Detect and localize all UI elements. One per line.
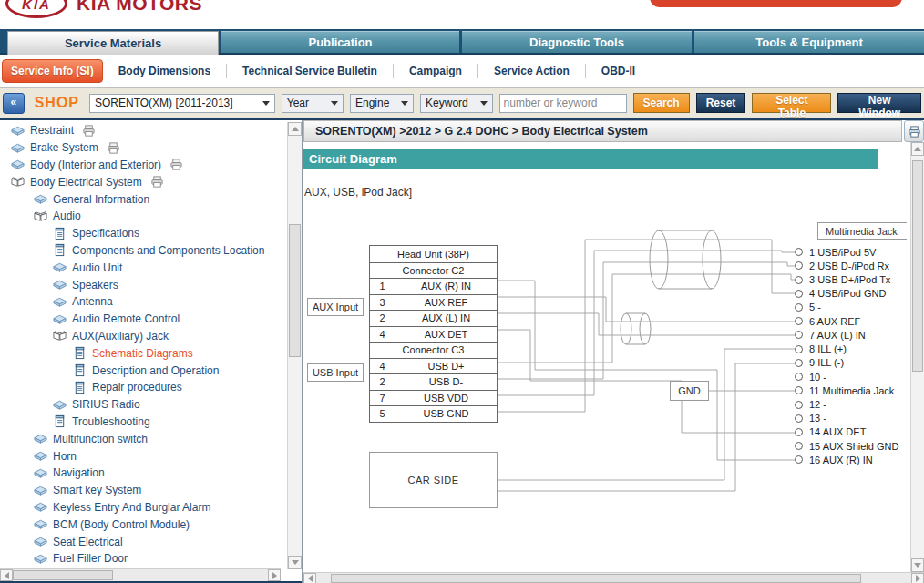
pin-label: 1 USB/iPod 5V xyxy=(809,247,876,258)
tree-item[interactable]: Audio xyxy=(0,208,286,225)
new-window-button[interactable]: New Window xyxy=(837,93,921,113)
subtab-technical-service-bulletin[interactable]: Technical Service Bulletin xyxy=(227,65,393,77)
tree-item[interactable]: Brake System xyxy=(0,139,286,157)
tree-item[interactable]: Speakers xyxy=(0,276,286,293)
book-closed-icon xyxy=(53,261,67,275)
tree-item[interactable]: Specifications xyxy=(0,225,286,242)
tree-item[interactable]: Repair procedures xyxy=(0,379,286,396)
multimedia-jack-label: Multimedia Jack xyxy=(817,222,907,240)
pin-number: 2 xyxy=(370,311,395,326)
scroll-left-icon[interactable] xyxy=(0,569,13,581)
subtab-obd2[interactable]: OBD-II xyxy=(586,65,651,77)
tree-item[interactable]: Smart key System xyxy=(0,482,286,499)
head-unit-title: Head Unit (38P) xyxy=(397,249,469,260)
pin-number: 3 xyxy=(370,295,395,311)
print-button[interactable] xyxy=(904,120,924,142)
reset-button[interactable]: Reset xyxy=(696,93,746,113)
book-closed-icon xyxy=(11,123,26,138)
pin-label: 15 AUX Shield GND xyxy=(809,441,898,452)
scroll-up-icon[interactable] xyxy=(288,122,302,136)
jack-pin: 12 - xyxy=(791,397,898,411)
pin-terminal-icon xyxy=(795,414,803,423)
scrollbar-thumb[interactable] xyxy=(331,574,861,583)
tree-item[interactable]: Restraint xyxy=(0,122,286,139)
tree-item[interactable]: Body Electrical System xyxy=(0,173,286,190)
year-select[interactable]: Year xyxy=(282,94,344,113)
subtab-service-action[interactable]: Service Action xyxy=(478,65,585,77)
subtab-service-info[interactable]: Service Info (SI) xyxy=(2,59,103,83)
tree-item[interactable]: Seat Electrical xyxy=(0,533,286,550)
tab-service-materials[interactable]: Service Materials xyxy=(7,31,219,55)
scrollbar-thumb[interactable] xyxy=(912,160,923,372)
tree-item[interactable]: Troubleshooting xyxy=(0,414,286,431)
subtab-body-dimensions[interactable]: Body Dimensions xyxy=(103,65,226,77)
printer-icon[interactable] xyxy=(150,175,165,189)
scrollbar-thumb[interactable] xyxy=(289,224,301,357)
keyword-input[interactable] xyxy=(499,94,627,113)
printer-icon[interactable] xyxy=(107,140,121,155)
chevron-down-icon xyxy=(262,101,270,106)
doc-icon xyxy=(53,226,67,240)
pin-label: 4 USB/iPod GND xyxy=(809,288,886,299)
pin-label: 11 Multimedia Jack xyxy=(809,385,894,396)
doc-icon xyxy=(53,414,67,429)
tree-item[interactable]: Navigation xyxy=(0,465,286,482)
scroll-right-icon[interactable] xyxy=(268,569,281,581)
tree-horizontal-scrollbar[interactable] xyxy=(0,568,281,581)
tree-item[interactable]: Components and Components Location xyxy=(0,242,286,260)
printer-icon[interactable] xyxy=(169,158,184,172)
tab-publication[interactable]: Publication xyxy=(221,31,459,53)
search-button[interactable]: Search xyxy=(633,93,690,113)
tab-tools-equipment[interactable]: Tools & Equipment xyxy=(694,31,924,53)
tree-item[interactable]: Horn xyxy=(0,447,286,465)
collapse-sidebar-icon[interactable]: « xyxy=(3,93,25,114)
tree-item[interactable]: Description and Operation xyxy=(0,362,286,379)
jack-pin: 2 USB D-/iPod Rx xyxy=(791,259,898,272)
scroll-down-icon[interactable] xyxy=(288,556,302,569)
year-select-value: Year xyxy=(287,97,309,109)
tree-item[interactable]: Body (Interior and Exterior) xyxy=(0,157,286,174)
book-closed-icon xyxy=(11,140,26,155)
pin-terminal-icon xyxy=(795,331,803,339)
tree-vertical-scrollbar[interactable] xyxy=(287,122,302,569)
tree-item[interactable]: Antenna xyxy=(0,293,286,311)
tree-item[interactable]: SIRIUS Radio xyxy=(0,396,286,414)
head-unit-table: Head Unit (38P)Connector C21AUX (R) IN3A… xyxy=(369,245,498,423)
scrollbar-thumb[interactable] xyxy=(13,570,113,580)
pin-number: 4 xyxy=(370,327,395,343)
select-table-button[interactable]: Select Table xyxy=(752,93,831,113)
scroll-left-icon[interactable] xyxy=(303,573,316,583)
subtab-campaign[interactable]: Campaign xyxy=(394,65,477,77)
tree-item[interactable]: Multifunction switch xyxy=(0,430,286,447)
pin-label: 7 AUX (L) IN xyxy=(809,330,866,341)
vehicle-select[interactable]: SORENTO(XM) [2011-2013] xyxy=(89,94,275,113)
scroll-up-icon[interactable] xyxy=(911,142,924,156)
book-open-icon xyxy=(34,209,48,223)
tree-item[interactable]: Fuel Filler Door xyxy=(0,550,286,568)
content-vertical-scrollbar[interactable] xyxy=(910,142,924,572)
scroll-right-icon[interactable] xyxy=(911,573,924,583)
tree-item[interactable]: Keyless Entry And Burglar Alarm xyxy=(0,499,286,517)
printer-icon[interactable] xyxy=(82,123,97,138)
tree-item[interactable]: General Information xyxy=(0,190,286,208)
tab-diagnostic-tools[interactable]: Diagnostic Tools xyxy=(462,31,692,53)
tree-item[interactable]: Audio Unit xyxy=(0,259,286,276)
tree-item-label: Seat Electrical xyxy=(53,536,123,548)
jack-pin: 11 Multimedia Jack xyxy=(791,384,898,397)
tree-item-label: Multifunction switch xyxy=(53,433,148,445)
content-horizontal-scrollbar[interactable] xyxy=(303,572,924,583)
tree-item[interactable]: Audio Remote Control xyxy=(0,311,286,328)
pin-terminal-icon xyxy=(795,373,803,381)
tree-item[interactable]: BCM (Body Control Module) xyxy=(0,516,286,533)
keyword-select[interactable]: Keyword xyxy=(420,94,493,113)
pin-terminal-icon xyxy=(795,290,803,298)
pin-signal: USB GND xyxy=(395,406,497,422)
pin-terminal-icon xyxy=(795,276,803,284)
tree-item[interactable]: AUX(Auxiliary) Jack xyxy=(0,328,286,345)
chevron-down-icon xyxy=(401,101,408,106)
tree-item[interactable]: Schematic Diagrams xyxy=(0,344,286,362)
tree-item-label: Body (Interior and Exterior) xyxy=(30,159,161,171)
pin-signal: AUX REF xyxy=(395,295,497,311)
engine-select[interactable]: Engine xyxy=(350,94,414,113)
scroll-down-icon[interactable] xyxy=(911,558,924,572)
